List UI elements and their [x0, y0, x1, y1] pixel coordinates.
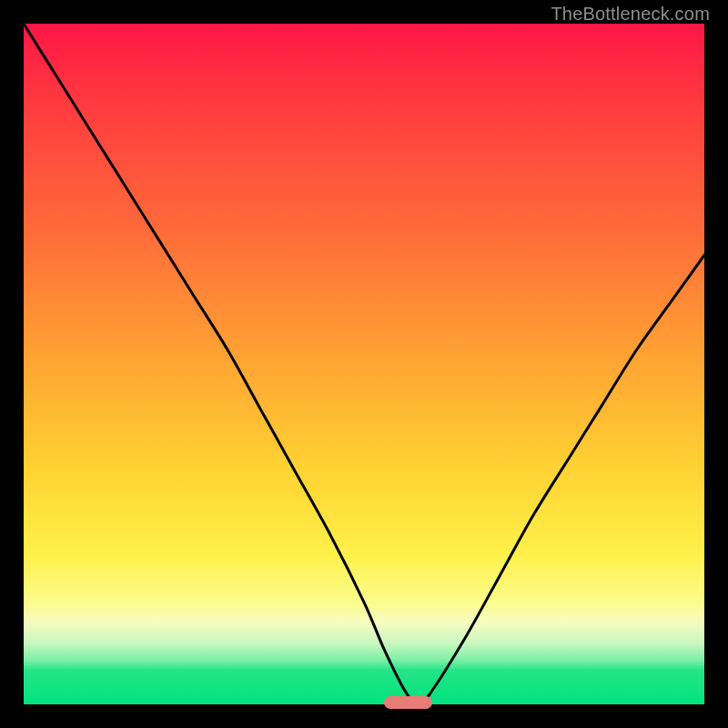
plot-area [24, 24, 704, 704]
chart-frame: TheBottleneck.com [0, 0, 728, 728]
optimal-range-marker [384, 696, 431, 709]
curve-path [24, 24, 704, 704]
bottleneck-curve [24, 24, 704, 704]
watermark-text: TheBottleneck.com [551, 4, 710, 25]
